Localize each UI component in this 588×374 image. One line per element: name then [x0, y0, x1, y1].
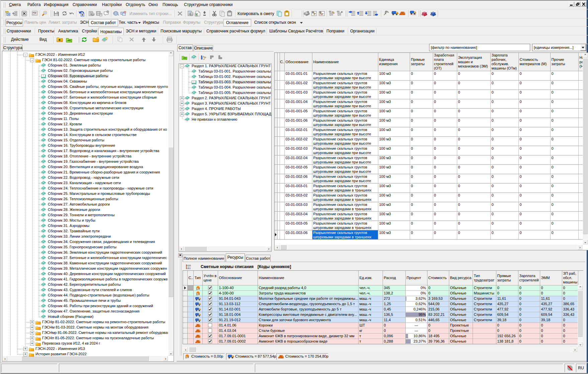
svg-text:PDF: PDF [33, 12, 37, 14]
svg-text:Р: Р [314, 12, 316, 16]
svg-text:101: 101 [186, 267, 191, 269]
svg-text:ПР: ПР [320, 13, 323, 16]
